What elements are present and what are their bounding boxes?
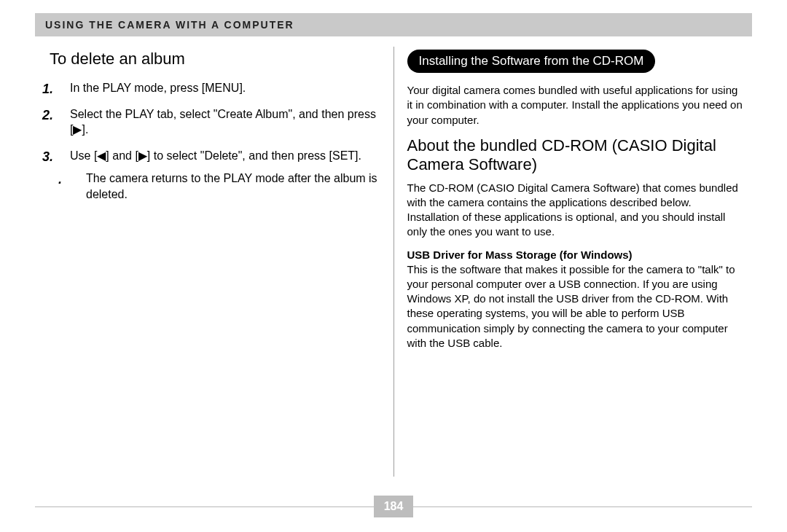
driver-heading: USB Driver for Mass Storage (for Windows…: [407, 249, 745, 261]
left-title: To delete an album: [50, 50, 380, 69]
right-column: Installing the Software from the CD-ROM …: [394, 47, 753, 477]
intro-paragraph: Your digital camera comes bundled with u…: [407, 83, 745, 128]
page-footer: 184: [35, 496, 752, 517]
pill-text: Installing the Software from the CD-ROM: [419, 54, 644, 68]
about-body: The CD-ROM (CASIO Digital Camera Softwar…: [407, 181, 745, 240]
step-3: Use [◀] and [▶] to select "Delete", and …: [57, 148, 380, 203]
delete-album-steps: In the PLAY mode, press [MENU]. Select t…: [42, 80, 380, 203]
manual-page: USING THE CAMERA WITH A COMPUTER To dele…: [0, 0, 787, 532]
chapter-title-text: USING THE CAMERA WITH A COMPUTER: [45, 19, 294, 31]
step-3-text: Use [◀] and [▶] to select "Delete", and …: [70, 149, 361, 162]
step-2: Select the PLAY tab, select "Create Albu…: [57, 106, 380, 138]
step-3-notes: The camera returns to the PLAY mode afte…: [70, 171, 380, 202]
about-title: About the bundled CD-ROM (CASIO Digital …: [407, 136, 745, 175]
section-pill: Installing the Software from the CD-ROM: [407, 50, 656, 73]
driver-body: This is the software that makes it possi…: [407, 262, 745, 351]
step-1-text: In the PLAY mode, press [MENU].: [70, 82, 246, 94]
step-2-text: Select the PLAY tab, select "Create Albu…: [70, 108, 376, 136]
step-3-note-1: The camera returns to the PLAY mode afte…: [73, 171, 380, 202]
page-number: 184: [384, 500, 404, 512]
two-column-layout: To delete an album In the PLAY mode, pre…: [35, 47, 752, 477]
left-column: To delete an album In the PLAY mode, pre…: [35, 47, 394, 477]
step-1: In the PLAY mode, press [MENU].: [57, 80, 380, 96]
page-number-box: 184: [374, 496, 414, 517]
chapter-header: USING THE CAMERA WITH A COMPUTER: [35, 13, 752, 36]
